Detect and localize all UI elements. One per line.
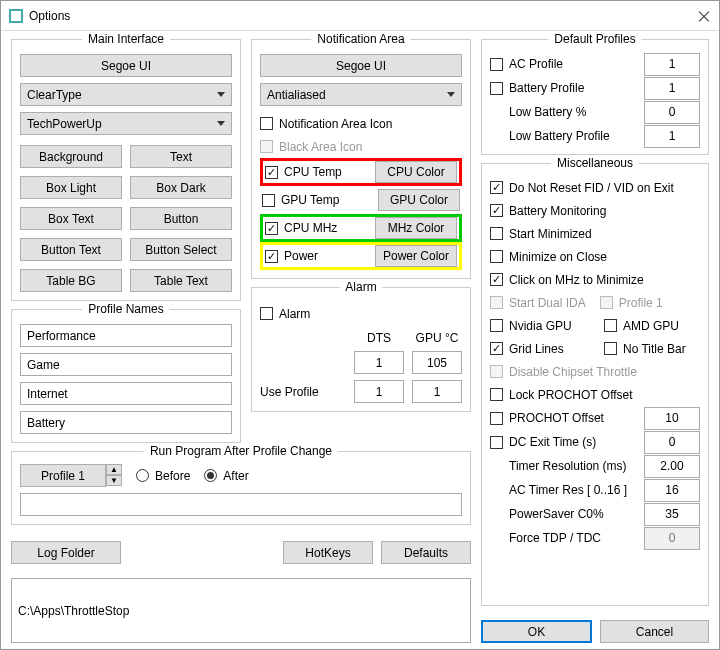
spin-up-icon[interactable]: ▲ [106, 464, 122, 475]
options-window: Options Main Interface Segoe UI ClearTyp… [0, 0, 720, 650]
render-select[interactable]: ClearType [20, 83, 232, 106]
main-interface-group: Main Interface Segoe UI ClearType TechPo… [11, 39, 241, 301]
lowbatt-pct-input[interactable]: 0 [644, 101, 700, 124]
after-radio[interactable] [204, 469, 217, 482]
mhz-color-button[interactable]: MHz Color [375, 217, 457, 239]
power-color-button[interactable]: Power Color [375, 245, 457, 267]
group-label: Main Interface [82, 32, 170, 46]
profile2-input[interactable]: Game [20, 353, 232, 376]
titlebar: Options [1, 1, 719, 31]
lowbatt-profile-input[interactable]: 1 [644, 125, 700, 148]
profile1-input[interactable]: Performance [20, 324, 232, 347]
black-icon-checkbox [260, 140, 273, 153]
group-label: Alarm [339, 280, 382, 294]
profile-names-group: Profile Names Performance Game Internet … [11, 309, 241, 443]
minclose-checkbox[interactable] [490, 250, 503, 263]
power-checkbox[interactable] [265, 250, 278, 263]
gpuc-input[interactable]: 105 [412, 351, 462, 374]
chevron-down-icon [217, 121, 225, 126]
cancel-button[interactable]: Cancel [600, 620, 709, 643]
prochot-checkbox[interactable] [490, 412, 503, 425]
amd-checkbox[interactable] [604, 319, 617, 332]
tabletext-button[interactable]: Table Text [130, 269, 232, 292]
cpu-mhz-row: CPU MHzMHz Color [260, 214, 462, 242]
clickmhz-checkbox[interactable] [490, 273, 503, 286]
group-label: Run Program After Profile Change [144, 444, 338, 458]
spin-down-icon[interactable]: ▼ [106, 475, 122, 486]
notification-area-group: Notification Area Segoe UI Antialiased N… [251, 39, 471, 279]
buttontext-button[interactable]: Button Text [20, 238, 122, 261]
forcetdp-input: 0 [644, 527, 700, 550]
run-program-group: Run Program After Profile Change Profile… [11, 451, 471, 525]
profile3-input[interactable]: Internet [20, 382, 232, 405]
batt-profile-checkbox[interactable] [490, 82, 503, 95]
boxdark-button[interactable]: Box Dark [130, 176, 232, 199]
gridlines-checkbox[interactable] [490, 342, 503, 355]
lockprochot-checkbox[interactable] [490, 388, 503, 401]
button-button[interactable]: Button [130, 207, 232, 230]
battmon-checkbox[interactable] [490, 204, 503, 217]
before-radio[interactable] [136, 469, 149, 482]
theme-select[interactable]: TechPowerUp [20, 112, 232, 135]
notitlebar-checkbox[interactable] [604, 342, 617, 355]
up1-input[interactable]: 1 [354, 380, 404, 403]
prochot-input[interactable]: 10 [644, 407, 700, 430]
notif-render-select[interactable]: Antialiased [260, 83, 462, 106]
dcexit-input[interactable]: 0 [644, 431, 700, 454]
ac-profile-checkbox[interactable] [490, 58, 503, 71]
chipset-checkbox [490, 365, 503, 378]
power-row: PowerPower Color [260, 242, 462, 270]
tablebg-button[interactable]: Table BG [20, 269, 122, 292]
dualida-checkbox [490, 296, 503, 309]
group-label: Notification Area [311, 32, 410, 46]
log-folder-button[interactable]: Log Folder [11, 541, 121, 564]
text-button[interactable]: Text [130, 145, 232, 168]
ac-profile-input[interactable]: 1 [644, 53, 700, 76]
boxlight-button[interactable]: Box Light [20, 176, 122, 199]
group-label: Profile Names [82, 302, 169, 316]
color-buttons-grid: Background Text Box Light Box Dark Box T… [20, 145, 232, 292]
font-button[interactable]: Segoe UI [20, 54, 232, 77]
boxtext-button[interactable]: Box Text [20, 207, 122, 230]
notif-font-button[interactable]: Segoe UI [260, 54, 462, 77]
command-input[interactable] [20, 493, 462, 516]
cpu-color-button[interactable]: CPU Color [375, 161, 457, 183]
default-profiles-group: Default Profiles AC Profile1 Battery Pro… [481, 39, 709, 155]
close-icon[interactable] [697, 9, 711, 23]
alarm-group: Alarm Alarm DTSGPU °C 1105 Use Profile11 [251, 287, 471, 412]
dts-input[interactable]: 1 [354, 351, 404, 374]
cpu-temp-checkbox[interactable] [265, 166, 278, 179]
timerres-input[interactable]: 2.00 [644, 455, 700, 478]
profile4-input[interactable]: Battery [20, 411, 232, 434]
area-icon-checkbox[interactable] [260, 117, 273, 130]
powersaver-input[interactable]: 35 [644, 503, 700, 526]
group-label: Miscellaneous [551, 156, 639, 170]
cpu-mhz-checkbox[interactable] [265, 222, 278, 235]
ok-button[interactable]: OK [481, 620, 592, 643]
chevron-down-icon [217, 92, 225, 97]
batt-profile-input[interactable]: 1 [644, 77, 700, 100]
background-button[interactable]: Background [20, 145, 122, 168]
gpu-temp-checkbox[interactable] [262, 194, 275, 207]
nvidia-checkbox[interactable] [490, 319, 503, 332]
buttonselect-button[interactable]: Button Select [130, 238, 232, 261]
actimer-input[interactable]: 16 [644, 479, 700, 502]
chevron-down-icon [447, 92, 455, 97]
up2-input[interactable]: 1 [412, 380, 462, 403]
profile1-checkbox [600, 296, 613, 309]
noreset-checkbox[interactable] [490, 181, 503, 194]
gpu-temp-row: GPU TempGPU Color [260, 186, 462, 214]
cpu-temp-row: CPU TempCPU Color [260, 158, 462, 186]
alarm-checkbox[interactable] [260, 307, 273, 320]
window-title: Options [29, 9, 697, 23]
misc-group: Miscellaneous Do Not Reset FID / VID on … [481, 163, 709, 606]
group-label: Default Profiles [548, 32, 641, 46]
app-icon [9, 9, 23, 23]
dcexit-checkbox[interactable] [490, 436, 503, 449]
startmin-checkbox[interactable] [490, 227, 503, 240]
profile-spinner[interactable]: Profile 1 ▲▼ [20, 464, 122, 487]
gpu-color-button[interactable]: GPU Color [378, 189, 460, 211]
